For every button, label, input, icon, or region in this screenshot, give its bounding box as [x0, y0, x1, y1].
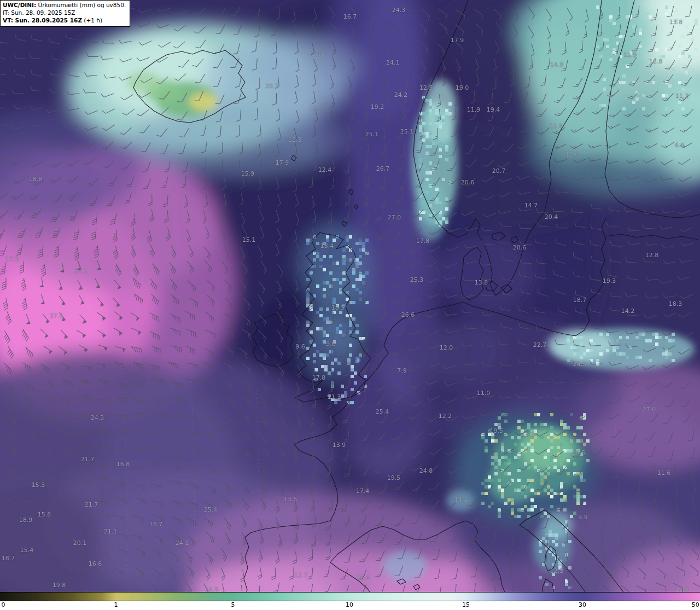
speckle: [310, 330, 313, 334]
speckle: [429, 145, 432, 148]
speckle: [481, 492, 485, 495]
speckle: [445, 112, 448, 115]
speckle: [517, 479, 521, 482]
speckle: [665, 356, 668, 359]
field-blob: [276, 118, 320, 156]
speckle: [359, 278, 362, 281]
speckle: [323, 357, 326, 360]
speckle: [354, 371, 357, 375]
speckle: [557, 469, 560, 472]
speckle: [324, 368, 328, 371]
speckle: [306, 239, 310, 242]
speckle: [485, 485, 488, 489]
speckle: [668, 339, 672, 342]
speckle: [626, 356, 629, 359]
speckle: [547, 485, 550, 489]
colorbar-tick: 1: [114, 601, 118, 608]
speckle: [557, 436, 560, 439]
speckle: [576, 349, 580, 352]
speckle: [517, 436, 521, 439]
speckle: [319, 314, 323, 317]
speckle: [583, 443, 586, 446]
speckle: [639, 356, 642, 359]
speckle: [652, 333, 655, 336]
speckle: [352, 317, 355, 321]
speckle: [539, 550, 542, 553]
speckle: [313, 360, 316, 363]
speckle: [626, 15, 629, 19]
speckle: [583, 413, 586, 416]
speckle: [547, 436, 550, 439]
speckle: [329, 255, 332, 258]
speckle: [316, 255, 319, 258]
speckle: [504, 472, 508, 475]
field-blob: [383, 551, 427, 582]
speckle: [339, 291, 342, 294]
speckle: [567, 339, 570, 342]
speckle: [685, 25, 688, 28]
speckle: [429, 161, 432, 165]
speckle: [662, 94, 665, 97]
speckle: [550, 495, 553, 498]
speckle: [550, 489, 553, 492]
speckle: [359, 275, 362, 278]
valid-time-rest: (+1 h): [82, 17, 102, 24]
speckle: [552, 540, 555, 543]
speckle: [599, 333, 603, 336]
speckle: [616, 339, 619, 342]
speckle: [527, 485, 530, 489]
speckle: [435, 122, 439, 125]
speckle: [550, 426, 553, 429]
speckle: [501, 489, 504, 492]
speckle: [540, 472, 544, 475]
speckle: [498, 515, 501, 518]
speckle: [603, 104, 606, 107]
speckle: [352, 284, 355, 288]
speckle: [445, 145, 448, 148]
speckle: [494, 423, 498, 426]
speckle: [422, 201, 425, 204]
speckle: [539, 543, 542, 547]
speckle: [544, 452, 547, 456]
speckle: [530, 439, 534, 443]
speckle: [429, 122, 432, 125]
speckle: [336, 327, 339, 330]
speckle: [567, 336, 570, 339]
speckle: [359, 337, 362, 340]
speckle: [629, 51, 632, 55]
speckle: [419, 161, 422, 165]
speckle: [524, 433, 527, 436]
valid-time-line: VT: Sun. 28.09.2025 16Z (+1 h): [3, 17, 126, 25]
speckle: [439, 142, 442, 145]
speckle: [316, 284, 319, 288]
speckle: [642, 94, 645, 97]
speckle: [365, 271, 369, 275]
speckle: [334, 358, 337, 362]
speckle: [550, 446, 553, 449]
speckle: [616, 352, 619, 356]
speckle: [334, 401, 337, 404]
speckle: [688, 55, 691, 58]
speckle: [544, 512, 547, 515]
speckle: [534, 423, 537, 426]
speckle: [576, 492, 580, 495]
speckle: [439, 220, 442, 224]
speckle: [550, 505, 553, 508]
speckle: [324, 365, 328, 368]
speckle: [419, 129, 422, 132]
speckle: [524, 446, 527, 449]
speckle: [563, 495, 567, 498]
speckle: [494, 472, 498, 475]
speckle: [357, 358, 360, 362]
speckle: [606, 38, 609, 42]
speckle: [691, 68, 695, 71]
speckle: [359, 298, 362, 301]
speckle: [359, 262, 362, 265]
speckle: [344, 391, 347, 394]
speckle: [425, 152, 429, 155]
speckle: [593, 333, 596, 336]
speckle: [422, 125, 425, 129]
speckle: [323, 268, 326, 271]
speckle: [429, 135, 432, 138]
field-blob: [312, 101, 361, 161]
